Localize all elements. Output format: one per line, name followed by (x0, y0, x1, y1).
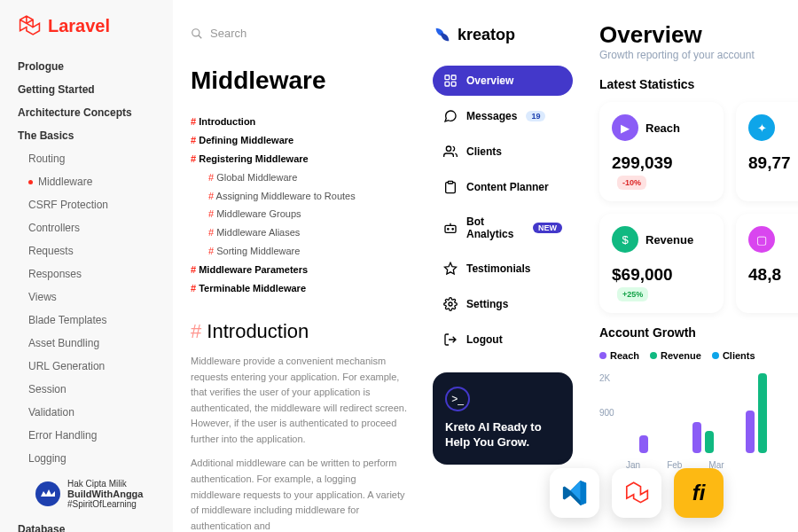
nav-middleware[interactable]: Middleware (18, 170, 173, 193)
growth-heading: Account Growth (599, 325, 798, 340)
intro-heading: Introduction (191, 320, 408, 343)
kreatop-icon (433, 25, 452, 44)
toc-global[interactable]: Global Middleware (191, 168, 408, 187)
toc-defining[interactable]: Defining Middleware (191, 131, 408, 150)
table-of-contents: Introduction Defining Middleware Registe… (191, 113, 408, 298)
toc-assigning[interactable]: Assigning Middleware to Routes (191, 187, 408, 206)
bot-icon (443, 221, 458, 235)
svg-point-9 (452, 229, 453, 230)
knav-clients[interactable]: Clients (433, 137, 573, 167)
reach-change: -10% (617, 176, 646, 190)
svg-point-5 (446, 146, 450, 151)
svg-rect-7 (445, 225, 456, 232)
nav-architecture[interactable]: Architecture Concepts (18, 101, 173, 124)
nav-routing[interactable]: Routing (18, 147, 173, 170)
legend-clients: Clients (712, 350, 755, 361)
dollar-icon: $ (612, 226, 638, 253)
dashboard: Overview Growth reporting of your accoun… (583, 0, 798, 532)
nav-asset[interactable]: Asset Bundling (18, 332, 173, 355)
toc-groups[interactable]: Middleware Groups (191, 205, 408, 223)
cookie-icon: ✦ (748, 114, 775, 141)
toc-params[interactable]: Middleware Parameters (191, 261, 408, 279)
dash-title: Overview (599, 21, 798, 49)
svg-rect-4 (451, 82, 456, 86)
stat-reach[interactable]: ▶ Reach 299,039 -10% (599, 102, 724, 201)
intro-para-1: Middleware provide a convenient mechanis… (191, 354, 408, 448)
svg-rect-2 (451, 75, 456, 80)
nav-url[interactable]: URL Generation (18, 355, 173, 378)
gear-icon (443, 297, 458, 311)
nav-logging[interactable]: Logging (18, 447, 173, 470)
nav-responses[interactable]: Responses (18, 262, 173, 286)
promo-card[interactable]: >_ Kreto AI Ready to Help You Grow. (433, 372, 573, 465)
star-icon (443, 262, 458, 276)
toc-registering[interactable]: Registering Middleware (191, 150, 408, 168)
svg-point-0 (192, 28, 200, 35)
nav-database[interactable]: Database (18, 518, 173, 532)
laravel-brand-text: Laravel (48, 16, 110, 36)
calendar-icon: ▢ (748, 226, 775, 253)
doc-content: Search Middleware Introduction Defining … (173, 0, 417, 532)
floating-apps: fi (550, 468, 724, 518)
y-axis: 2K 900 (599, 373, 614, 453)
chart-area: 2K 900 (599, 373, 798, 453)
search-icon (191, 27, 203, 40)
knav-logout[interactable]: Logout (433, 325, 573, 355)
logout-icon (443, 332, 458, 347)
kreatop-logo: kreatop (433, 25, 573, 44)
toc-aliases[interactable]: Middleware Aliases (191, 223, 408, 242)
knav-testimonials[interactable]: Testimonials (433, 254, 573, 284)
page-title: Middleware (191, 66, 408, 95)
chat-icon (443, 109, 458, 123)
laravel-app-icon[interactable] (612, 468, 661, 518)
laravel-sidebar: Laravel Prologue Getting Started Archite… (0, 0, 173, 532)
play-icon: ▶ (612, 114, 638, 141)
nav-session[interactable]: Session (18, 378, 173, 401)
clipboard-icon (443, 180, 458, 194)
nav-blade[interactable]: Blade Templates (18, 309, 173, 332)
vscode-app-icon[interactable] (550, 468, 599, 518)
nav-prologue[interactable]: Prologue (18, 55, 173, 78)
nav-views[interactable]: Views (18, 286, 173, 309)
chart-legend: Reach Revenue Clients (599, 350, 798, 361)
kreatop-brand-text: kreatop (458, 26, 515, 44)
svg-rect-3 (445, 82, 450, 86)
legend-revenue: Revenue (650, 350, 701, 361)
search-placeholder: Search (210, 27, 246, 40)
grid-icon (443, 74, 458, 88)
search-bar[interactable]: Search (191, 27, 408, 40)
knav-messages[interactable]: Messages 19 (433, 101, 573, 131)
dash-subtitle: Growth reporting of your account (599, 49, 798, 61)
svg-rect-1 (445, 75, 450, 80)
nav-getting-started[interactable]: Getting Started (18, 78, 173, 101)
nav-basics[interactable]: The Basics (18, 124, 173, 147)
svg-rect-6 (448, 181, 452, 184)
nav-controllers[interactable]: Controllers (18, 216, 173, 239)
nav-validation[interactable]: Validation (18, 401, 173, 424)
toc-terminable[interactable]: Terminable Middleware (191, 279, 408, 298)
stat-revenue[interactable]: $ Revenue $69,000 +25% (599, 214, 724, 313)
bwa-name: BuildWithAngga (67, 489, 143, 499)
knav-overview[interactable]: Overview (433, 66, 573, 96)
toc-intro[interactable]: Introduction (191, 113, 408, 131)
revenue-change: +25% (617, 287, 648, 301)
bwa-tag: #SpiritOfLearning (67, 499, 137, 509)
new-badge: NEW (533, 223, 562, 233)
svg-marker-10 (444, 262, 456, 274)
stat-card-2[interactable]: ✦ 89,77 (736, 102, 798, 201)
nav-error[interactable]: Error Handling (18, 424, 173, 447)
laravel-icon (18, 14, 41, 37)
stats-heading: Latest Statistics (599, 77, 798, 91)
knav-settings[interactable]: Settings (433, 289, 573, 319)
knav-content-planner[interactable]: Content Planner (433, 172, 573, 202)
users-icon (443, 145, 458, 159)
stat-card-4[interactable]: ▢ 48,8 (736, 214, 798, 313)
nav-requests[interactable]: Requests (18, 239, 173, 262)
toc-sorting[interactable]: Sorting Middleware (191, 242, 408, 261)
knav-bot-analytics[interactable]: Bot Analytics NEW (433, 207, 573, 248)
nav-csrf[interactable]: CSRF Protection (18, 193, 173, 216)
bwa-top: Hak Cipta Milik (67, 479, 127, 489)
intro-para-2: Additional middleware can be written to … (191, 456, 408, 532)
promo-text: Kreto AI Ready to Help You Grow. (445, 420, 560, 450)
fi-app-icon[interactable]: fi (674, 468, 724, 518)
